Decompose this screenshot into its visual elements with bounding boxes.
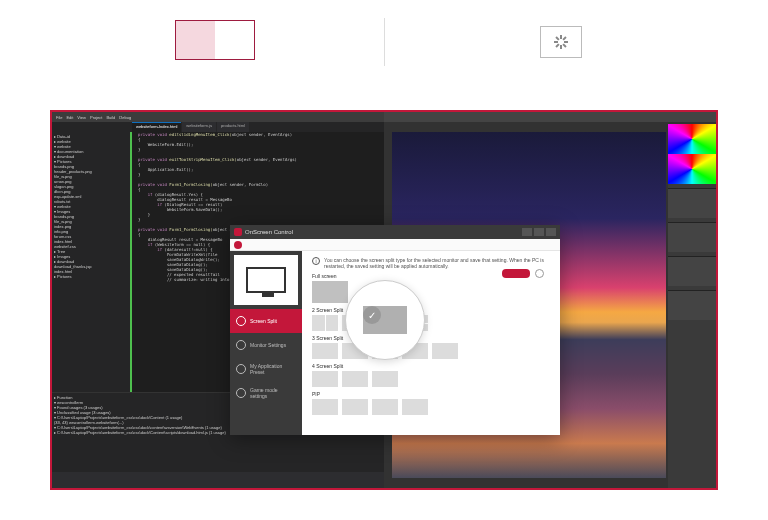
sidebar-item-screen-split[interactable]: Screen Split <box>230 309 302 333</box>
menu-item[interactable]: Debug <box>119 115 131 120</box>
sidebar-label: Monitor Settings <box>250 342 286 348</box>
dialog-titlebar[interactable]: OnScreen Control <box>230 225 560 239</box>
grid-icon <box>236 316 246 326</box>
section-4-split: 4 Screen Split <box>312 363 550 369</box>
color-swatches-panel[interactable] <box>668 124 716 184</box>
check-icon: ✓ <box>363 306 381 324</box>
layout-4-b[interactable] <box>342 371 368 387</box>
layout-fullscreen[interactable] <box>312 281 348 303</box>
history-panel[interactable] <box>668 256 716 286</box>
layout-3-a[interactable] <box>312 343 338 359</box>
tree-node[interactable]: ▸ Pictures <box>54 274 128 279</box>
layout-4-c[interactable] <box>372 371 398 387</box>
color-swatch-pair[interactable] <box>175 20 255 60</box>
loading-indicator-box <box>540 26 582 58</box>
swatch-active <box>176 21 215 59</box>
layout-3-e[interactable] <box>432 343 458 359</box>
toolbar-divider <box>384 18 385 66</box>
menu-item[interactable]: Build <box>106 115 115 120</box>
loading-spinner-icon <box>554 35 568 49</box>
sidebar-item-game-mode[interactable]: Game mode settings <box>230 381 302 405</box>
dismiss-button[interactable] <box>535 269 544 278</box>
app-icon <box>234 228 242 236</box>
game-icon <box>236 388 246 398</box>
gear-icon <box>236 340 246 350</box>
sidebar-label: My Application Preset <box>250 363 296 375</box>
menu-item[interactable]: View <box>77 115 86 120</box>
layout-pip-d[interactable] <box>402 399 428 415</box>
monitor-icon <box>246 267 286 293</box>
layout-2-vertical[interactable] <box>312 315 338 331</box>
editor-tab[interactable]: websiteform-Index.html <box>132 122 181 132</box>
layers-panel[interactable] <box>668 222 716 252</box>
magnified-layout-option[interactable]: ✓ <box>363 306 407 334</box>
project-tree[interactable]: ▸ Data-id▸ website▾ website ▾ documentat… <box>52 132 130 392</box>
sidebar-label: Game mode settings <box>250 387 296 399</box>
editor-tab[interactable]: products.html <box>217 122 249 132</box>
dialog-content: i You can choose the screen split type f… <box>302 251 560 435</box>
editor-tab[interactable]: websiteform.js <box>182 122 216 132</box>
swatch-inactive <box>215 21 254 59</box>
editor-tabs: websiteform-Index.html websiteform.js pr… <box>52 122 384 132</box>
layout-pip-b[interactable] <box>342 399 368 415</box>
sidebar-item-app-preset[interactable]: My Application Preset <box>230 357 302 381</box>
info-icon: i <box>312 257 320 265</box>
dialog-ribbon <box>230 239 560 251</box>
layout-pip-c[interactable] <box>372 399 398 415</box>
maximize-button[interactable] <box>534 228 544 236</box>
menu-item[interactable]: File <box>56 115 62 120</box>
magnifier-lens: ✓ <box>345 280 425 360</box>
properties-panel[interactable] <box>668 290 716 320</box>
dialog-sidebar: Screen Split Monitor Settings My Applica… <box>230 251 302 435</box>
apply-all-button[interactable] <box>502 269 530 278</box>
menu-item[interactable]: Edit <box>66 115 73 120</box>
dialog-description: You can choose the screen split type for… <box>324 257 550 269</box>
preset-icon <box>236 364 246 374</box>
section-pip: PIP <box>312 391 550 397</box>
diff-gutter <box>130 132 136 392</box>
close-button[interactable] <box>546 228 556 236</box>
layout-pip-a[interactable] <box>312 399 338 415</box>
layout-4-a[interactable] <box>312 371 338 387</box>
adjustments-panel[interactable] <box>668 188 716 218</box>
photo-side-panels <box>668 124 716 488</box>
dialog-title: OnScreen Control <box>245 229 293 235</box>
photo-menubar[interactable] <box>384 112 716 122</box>
ide-menubar[interactable]: File Edit View Project Build Debug <box>52 112 384 122</box>
ribbon-indicator-icon <box>234 241 242 249</box>
sidebar-item-monitor-settings[interactable]: Monitor Settings <box>230 333 302 357</box>
monitor-preview <box>234 255 298 305</box>
minimize-button[interactable] <box>522 228 532 236</box>
sidebar-label: Screen Split <box>250 318 277 324</box>
menu-item[interactable]: Project <box>90 115 102 120</box>
